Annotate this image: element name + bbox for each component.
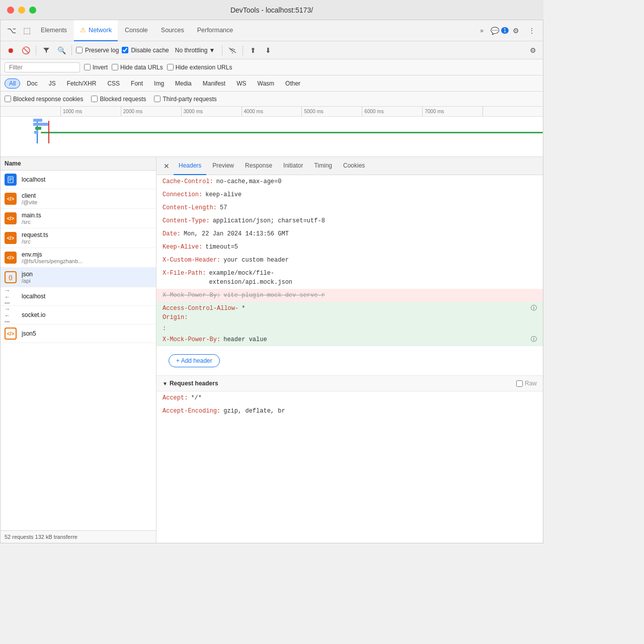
list-item[interactable]: {} json /api xyxy=(1,268,156,287)
ruler-tick-end xyxy=(482,107,543,116)
type-btn-ws[interactable]: WS xyxy=(232,78,251,89)
chat-icon[interactable]: 💬1 xyxy=(493,24,507,38)
tab-sources[interactable]: Sources xyxy=(155,20,190,41)
detail-tab-initiator[interactable]: Initiator xyxy=(278,157,308,175)
preserve-log-checkbox[interactable] xyxy=(76,47,83,53)
close-detail-button[interactable]: ✕ xyxy=(160,160,173,172)
req-icon-ws2: → ← ••• xyxy=(5,309,17,321)
preserve-log-check[interactable]: Preserve log xyxy=(76,47,119,54)
filter-input[interactable] xyxy=(5,62,80,72)
throttle-select[interactable]: No throttling ▼ xyxy=(172,46,218,55)
more-tabs-button[interactable]: » xyxy=(476,20,488,41)
minimize-button[interactable] xyxy=(18,7,25,14)
timeline-bar-2 xyxy=(33,123,48,126)
list-item[interactable]: </> main.ts /src xyxy=(1,209,156,228)
invert-check[interactable]: Invert xyxy=(84,64,108,71)
ruler-tick-0 xyxy=(1,107,60,116)
type-btn-img[interactable]: Img xyxy=(149,78,169,89)
close-button[interactable] xyxy=(7,7,14,14)
disable-cache-label: Disable cache xyxy=(131,47,169,54)
type-btn-css[interactable]: CSS xyxy=(103,78,124,89)
blocked-requests-check[interactable]: Blocked requests xyxy=(91,96,146,103)
detail-tab-timing[interactable]: Timing xyxy=(309,157,337,175)
detail-tab-preview[interactable]: Preview xyxy=(207,157,239,175)
header-key: Content-Length: xyxy=(163,203,217,212)
list-item[interactable]: </> env.mjs /@fs/Users/pengzhanb... xyxy=(1,248,156,268)
separator-4 xyxy=(243,45,243,55)
list-item[interactable]: localhost xyxy=(1,171,156,189)
hide-extension-urls-check[interactable]: Hide extension URLs xyxy=(167,64,232,71)
request-headers-section[interactable]: ▼ Request headers Raw xyxy=(156,375,543,391)
raw-check[interactable]: Raw xyxy=(516,380,537,387)
header-info-icon-2[interactable]: ⓘ xyxy=(527,335,537,344)
request-list: Name localhost </> client /@vite xyxy=(1,157,156,543)
header-info-icon[interactable]: ⓘ xyxy=(527,304,537,313)
list-item[interactable]: </> request.ts /src xyxy=(1,228,156,248)
type-btn-wasm[interactable]: Wasm xyxy=(253,78,279,89)
hide-data-urls-check[interactable]: Hide data URLs xyxy=(112,64,163,71)
raw-label: Raw xyxy=(525,380,537,387)
import-har-button[interactable]: ⬆ xyxy=(247,44,259,56)
traffic-lights xyxy=(7,7,36,14)
throttle-label: No throttling xyxy=(175,47,208,54)
tab-elements[interactable]: Elements xyxy=(35,20,73,41)
invert-checkbox[interactable] xyxy=(84,64,91,70)
header-val: application/json; charset=utf-8 xyxy=(213,216,325,225)
add-header-label: + Add header xyxy=(176,357,212,364)
maximize-button[interactable] xyxy=(29,7,36,14)
blocked-cookies-check[interactable]: Blocked response cookies xyxy=(5,96,83,103)
type-btn-js[interactable]: JS xyxy=(44,78,60,89)
hide-extension-urls-checkbox[interactable] xyxy=(167,64,174,70)
preserve-log-label: Preserve log xyxy=(85,47,119,54)
list-item[interactable]: </> json5 xyxy=(1,325,156,343)
disable-cache-checkbox[interactable] xyxy=(122,47,128,53)
record-button[interactable]: ⏺ xyxy=(5,44,17,56)
more-options-icon[interactable]: ⋮ xyxy=(525,24,539,38)
hide-data-urls-checkbox[interactable] xyxy=(112,64,118,70)
settings-button[interactable]: ⚙ xyxy=(527,44,539,56)
list-item[interactable]: → ← ••• socket.io xyxy=(1,306,156,325)
header-val: your custom header xyxy=(223,256,289,265)
type-btn-font[interactable]: Font xyxy=(126,78,147,89)
third-party-checkbox[interactable] xyxy=(154,96,160,102)
network-conditions-icon[interactable] xyxy=(226,44,238,56)
third-party-check[interactable]: Third-party requests xyxy=(154,96,216,103)
type-btn-media[interactable]: Media xyxy=(171,78,196,89)
type-btn-other[interactable]: Other xyxy=(281,78,305,89)
tab-console[interactable]: Console xyxy=(119,20,154,41)
detail-tab-cookies[interactable]: Cookies xyxy=(338,157,370,175)
type-btn-doc[interactable]: Doc xyxy=(22,78,42,89)
settings-icon[interactable]: ⚙ xyxy=(509,24,523,38)
tab-performance[interactable]: Performance xyxy=(191,20,239,41)
req-path: /@vite xyxy=(22,199,152,205)
clear-button[interactable]: 🚫 xyxy=(20,44,32,56)
inspect-icon[interactable]: ⬚ xyxy=(20,24,34,38)
detail-tab-response[interactable]: Response xyxy=(240,157,277,175)
blocked-requests-checkbox[interactable] xyxy=(91,96,98,102)
disable-cache-check[interactable]: Disable cache xyxy=(122,47,169,54)
list-item[interactable]: </> client /@vite xyxy=(1,189,156,209)
req-info: localhost xyxy=(22,293,152,300)
req-info: socket.io xyxy=(22,311,152,318)
timeline-area: 1000 ms 2000 ms 3000 ms 4000 ms 5000 ms … xyxy=(1,107,543,157)
header-key: X-Mock-Power-By: xyxy=(163,335,220,344)
list-item[interactable]: → ← ••• localhost xyxy=(1,287,156,306)
tab-network[interactable]: ⚠ Network xyxy=(74,20,118,41)
ruler-tick-5: 5000 ms xyxy=(301,107,362,116)
detail-tab-headers[interactable]: Headers xyxy=(174,157,206,175)
type-btn-fetch-xhr[interactable]: Fetch/XHR xyxy=(62,78,101,89)
add-header-button[interactable]: + Add header xyxy=(169,354,220,367)
export-har-button[interactable]: ⬇ xyxy=(262,44,274,56)
search-button[interactable]: 🔍 xyxy=(55,44,67,56)
type-btn-all[interactable]: All xyxy=(5,78,20,89)
req-name: json5 xyxy=(22,330,152,337)
device-toolbar-icon[interactable]: ⌥ xyxy=(5,24,19,38)
filter-button[interactable] xyxy=(40,44,52,56)
req-icon-js: </> xyxy=(5,193,17,205)
header-key: X-File-Path: xyxy=(163,269,206,278)
blocked-cookies-checkbox[interactable] xyxy=(5,96,11,102)
header-key: Accept: xyxy=(163,393,188,403)
type-btn-manifest[interactable]: Manifest xyxy=(198,78,230,89)
req-name: socket.io xyxy=(22,311,152,318)
raw-checkbox[interactable] xyxy=(516,380,523,387)
